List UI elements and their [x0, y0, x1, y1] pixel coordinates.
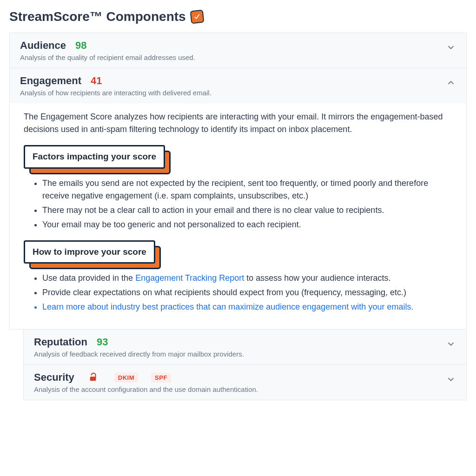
panel-header-audience[interactable]: Audience 98 Analysis of the quality of r… — [10, 33, 466, 68]
callout-improve: How to improve your score — [24, 240, 155, 264]
panel-title-audience: Audience — [20, 40, 66, 52]
step-badge-icon — [190, 10, 204, 24]
callout-factors: Factors impacting your score — [24, 145, 165, 169]
page-title-text: StreamScore™ Components — [9, 9, 186, 24]
engagement-intro: The Engagement Score analyzes how recipi… — [24, 111, 452, 136]
panel-desc-security: Analysis of the account configuration an… — [34, 385, 446, 393]
panel-security: Security DKIM SPF Analysis of the accoun… — [23, 365, 467, 400]
chevron-up-icon — [446, 78, 456, 90]
best-practices-link[interactable]: Learn more about industry best practices… — [42, 302, 413, 311]
list-item: There may not be a clear call to action … — [42, 204, 452, 217]
list-item: The emails you send are not expected by … — [42, 177, 452, 202]
panel-score-audience: 98 — [75, 40, 86, 52]
panel-title-reputation: Reputation — [34, 336, 87, 348]
panel-header-engagement[interactable]: Engagement 41 Analysis of how recipients… — [10, 68, 466, 103]
improve-list: Use data provided in the Engagement Trac… — [24, 272, 452, 313]
list-item: Learn more about industry best practices… — [42, 301, 452, 313]
panel-header-security[interactable]: Security DKIM SPF Analysis of the accoun… — [24, 365, 466, 400]
improve-pre1: Use data provided in the — [42, 273, 135, 283]
panel-desc-engagement: Analysis of how recipients are interacti… — [20, 89, 446, 97]
panel-header-reputation[interactable]: Reputation 93 Analysis of feedback recei… — [24, 330, 466, 364]
list-item: Provide clear expectations on what recip… — [42, 286, 452, 299]
engagement-tracking-report-link[interactable]: Engagement Tracking Report — [135, 273, 244, 283]
panel-desc-reputation: Analysis of feedback received directly f… — [34, 350, 446, 358]
callout-improve-label: How to improve your score — [24, 240, 155, 264]
factors-list: The emails you send are not expected by … — [24, 177, 452, 231]
svg-rect-0 — [90, 377, 96, 381]
panel-score-engagement: 41 — [91, 75, 102, 87]
list-item: Your email may be too generic and not pe… — [42, 218, 452, 231]
unlocked-icon — [88, 372, 99, 383]
list-item: Use data provided in the Engagement Trac… — [42, 272, 452, 284]
panel-audience: Audience 98 Analysis of the quality of r… — [9, 33, 467, 68]
chevron-down-icon — [446, 42, 456, 54]
panel-reputation: Reputation 93 Analysis of feedback recei… — [23, 330, 467, 365]
panel-title-security: Security — [34, 371, 74, 383]
chevron-down-icon — [446, 374, 456, 386]
panel-score-reputation: 93 — [97, 336, 108, 348]
panel-title-engagement: Engagement — [20, 75, 81, 87]
tag-spf: SPF — [151, 373, 171, 383]
improve-post1: to assess how your audience interacts. — [244, 273, 390, 283]
page-title: StreamScore™ Components — [9, 9, 467, 24]
panel-desc-audience: Analysis of the quality of recipient ema… — [20, 53, 446, 61]
chevron-down-icon — [446, 339, 456, 351]
panel-body-engagement: The Engagement Score analyzes how recipi… — [10, 103, 466, 329]
tag-dkim: DKIM — [114, 373, 138, 383]
panel-engagement: Engagement 41 Analysis of how recipients… — [9, 68, 467, 330]
callout-factors-label: Factors impacting your score — [24, 145, 165, 169]
